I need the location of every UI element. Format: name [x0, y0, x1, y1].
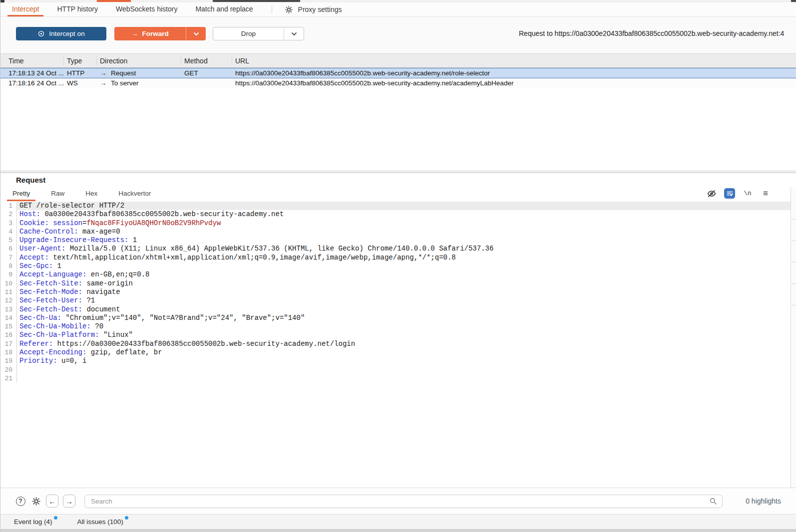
visibility-off-icon[interactable]: [706, 188, 717, 199]
editor-line[interactable]: 11Sec-Fetch-Mode: navigate: [0, 288, 791, 296]
line-content[interactable]: GET /role-selector HTTP/2: [17, 202, 791, 210]
editor-line[interactable]: 3Cookie: session=fNqac8FFiyoUA8QHOrN0oB2…: [0, 219, 791, 228]
column-header-time[interactable]: Time: [0, 56, 64, 65]
editor-tab-pretty[interactable]: Pretty: [7, 187, 35, 201]
footer-strip: [0, 529, 796, 532]
bottom-status-bar: Event log (4) All issues (100): [0, 514, 796, 529]
cell-url: https://0a0300e20433fbaf806385cc0055002b…: [232, 79, 796, 87]
intercept-icon: [37, 30, 45, 37]
drop-button[interactable]: Drop: [213, 27, 304, 40]
line-content[interactable]: Sec-Ch-Ua: "Chromium";v="140", "Not=A?Br…: [17, 314, 791, 322]
all-issues-tab[interactable]: All issues (100): [77, 518, 128, 526]
column-header-direction[interactable]: Direction: [97, 56, 181, 65]
line-number: 3: [0, 219, 17, 228]
editor-line[interactable]: 9Accept-Language: en-GB,en;q=0.8: [0, 270, 791, 279]
line-content[interactable]: Accept-Encoding: gzip, deflate, br: [17, 348, 791, 357]
editor-line[interactable]: 13Sec-Fetch-Dest: document: [0, 305, 791, 314]
editor-line[interactable]: 21: [0, 374, 791, 383]
search-input[interactable]: [84, 495, 723, 508]
line-content[interactable]: Accept: text/html,application/xhtml+xml,…: [17, 254, 791, 262]
tab-intercept[interactable]: Intercept: [7, 2, 43, 16]
editor-line[interactable]: 1GET /role-selector HTTP/2: [0, 202, 791, 210]
line-content[interactable]: Cookie: session=fNqac8FFiyoUA8QHOrN0oB2V…: [17, 219, 791, 228]
request-editor[interactable]: 1GET /role-selector HTTP/22Host: 0a0300e…: [0, 202, 791, 488]
editor-line[interactable]: 10Sec-Fetch-Site: same-origin: [0, 279, 791, 288]
event-log-label: Event log (4): [14, 518, 52, 526]
line-content[interactable]: Sec-Gpc: 1: [17, 262, 791, 270]
proxy-settings-label: Proxy settings: [298, 5, 342, 13]
editor-tab-raw[interactable]: Raw: [45, 187, 70, 201]
proxy-tabbar: InterceptHTTP historyWebSockets historyM…: [0, 2, 796, 17]
tab-websockets-history[interactable]: WebSockets history: [111, 2, 182, 16]
help-button[interactable]: ?: [15, 496, 26, 507]
proxy-tab-list: InterceptHTTP historyWebSockets historyM…: [7, 2, 267, 16]
table-row[interactable]: 17:18:13 24 Oct ...HTTP→RequestGEThttps:…: [0, 68, 796, 78]
forward-button[interactable]: → Forward: [114, 27, 206, 40]
line-number: 8: [0, 262, 17, 270]
column-header-method[interactable]: Method: [181, 56, 232, 65]
editor-line[interactable]: 14Sec-Ch-Ua: "Chromium";v="140", "Not=A?…: [0, 314, 791, 322]
editor-line[interactable]: 2Host: 0a0300e20433fbaf806385cc0055002b.…: [0, 210, 791, 219]
drop-dropdown-button[interactable]: [284, 27, 304, 40]
editor-line[interactable]: 12Sec-Fetch-User: ?1: [0, 296, 791, 305]
line-content[interactable]: Cache-Control: max-age=0: [17, 228, 791, 236]
line-content[interactable]: Upgrade-Insecure-Requests: 1: [17, 236, 791, 245]
line-content[interactable]: Accept-Language: en-GB,en;q=0.8: [17, 270, 791, 279]
editor-line[interactable]: 7Accept: text/html,application/xhtml+xml…: [0, 254, 791, 262]
line-content[interactable]: Priority: u=0, i: [17, 357, 791, 365]
line-number: 17: [0, 340, 17, 348]
chevron-down-icon: [291, 32, 297, 36]
line-number: 16: [0, 331, 17, 339]
editor-line[interactable]: 5Upgrade-Insecure-Requests: 1: [0, 236, 791, 245]
tab-match-and-replace[interactable]: Match and replace: [191, 2, 257, 16]
event-log-tab[interactable]: Event log (4): [14, 518, 57, 526]
forward-dropdown-button[interactable]: [186, 27, 206, 40]
line-content[interactable]: Sec-Ch-Ua-Platform: "Linux": [17, 331, 791, 339]
line-number: 13: [0, 305, 17, 314]
line-number: 7: [0, 254, 17, 262]
editor-line[interactable]: 19Priority: u=0, i: [0, 357, 791, 365]
line-content[interactable]: User-Agent: Mozilla/5.0 (X11; Linux x86_…: [17, 245, 791, 253]
editor-line[interactable]: 17Referer: https://0a0300e20433fbaf80638…: [0, 340, 791, 348]
editor-line[interactable]: 15Sec-Ch-Ua-Mobile: ?0: [0, 322, 791, 331]
highlights-count: 0 highlights: [736, 497, 781, 505]
direction-label: Request: [111, 69, 136, 77]
direction-arrow-icon: →: [100, 79, 111, 87]
cell-direction: →Request: [97, 69, 181, 77]
editor-menu-icon[interactable]: ≡: [760, 188, 771, 199]
line-content[interactable]: [17, 374, 791, 383]
editor-tab-hackvertor[interactable]: Hackvertor: [113, 187, 156, 201]
line-content[interactable]: Sec-Ch-Ua-Mobile: ?0: [17, 322, 791, 331]
tab-proxy-settings[interactable]: Proxy settings: [279, 2, 347, 16]
line-content[interactable]: Sec-Fetch-User: ?1: [17, 296, 791, 305]
editor-line[interactable]: 6User-Agent: Mozilla/5.0 (X11; Linux x86…: [0, 245, 791, 253]
line-content[interactable]: Sec-Fetch-Dest: document: [17, 305, 791, 314]
editor-line[interactable]: 20: [0, 366, 791, 374]
column-header-url[interactable]: URL: [232, 56, 796, 65]
editor-scroll-rail[interactable]: [791, 187, 796, 488]
editor-tab-hex[interactable]: Hex: [80, 187, 103, 201]
table-row[interactable]: 17:18:16 24 Oct ...WS→To serverhttps://0…: [0, 78, 796, 88]
line-content[interactable]: Sec-Fetch-Mode: navigate: [17, 288, 791, 296]
search-settings-button[interactable]: [30, 496, 41, 507]
search-previous-button[interactable]: ←: [46, 495, 58, 508]
strip-segment: [791, 0, 796, 2]
soft-wrap-icon[interactable]: [724, 188, 735, 199]
line-content[interactable]: Sec-Fetch-Site: same-origin: [17, 279, 791, 288]
editor-line[interactable]: 16Sec-Ch-Ua-Platform: "Linux": [0, 331, 791, 339]
tab-http-history[interactable]: HTTP history: [52, 2, 102, 16]
request-panel-title: Request: [16, 176, 45, 184]
line-content[interactable]: Host: 0a0300e20433fbaf806385cc0055002b.w…: [17, 210, 791, 219]
editor-line[interactable]: 18Accept-Encoding: gzip, deflate, br: [0, 348, 791, 357]
column-header-type[interactable]: Type: [64, 56, 97, 65]
notification-dot: [125, 516, 128, 520]
line-content[interactable]: Referer: https://0a0300e20433fbaf806385c…: [17, 340, 791, 348]
editor-line[interactable]: 8Sec-Gpc: 1: [0, 262, 791, 270]
search-next-button[interactable]: →: [63, 495, 75, 508]
arrow-left-icon: ←: [48, 497, 56, 506]
intercept-toggle-button[interactable]: Intercept on: [16, 27, 106, 40]
line-content[interactable]: [17, 366, 791, 374]
line-number: 2: [0, 210, 17, 219]
show-newlines-icon[interactable]: \n: [742, 188, 753, 199]
editor-line[interactable]: 4Cache-Control: max-age=0: [0, 228, 791, 236]
